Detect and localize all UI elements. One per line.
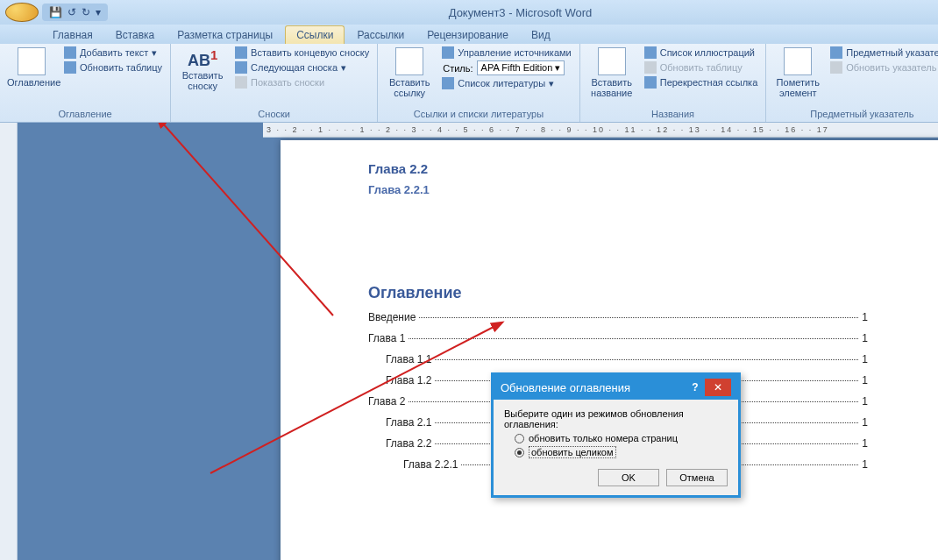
toc-page: 1 <box>862 374 868 386</box>
toc-entry[interactable]: Введение1 <box>368 311 868 323</box>
cross-reference-button[interactable]: Перекрестная ссылка <box>642 75 761 89</box>
update-cap-icon <box>644 61 657 74</box>
toc-icon <box>18 47 46 75</box>
tab-review[interactable]: Рецензирование <box>416 26 519 44</box>
insert-footnote-button[interactable]: AB1 Вставить сноску <box>176 46 229 93</box>
toc-text: Глава 2.2.1 <box>403 458 458 471</box>
caption-icon <box>598 47 626 75</box>
citation-icon <box>395 47 423 75</box>
horizontal-ruler[interactable]: 3 · · 2 · · 1 · · · · 1 · · 2 · · 3 · · … <box>263 123 938 138</box>
insert-caption-button[interactable]: Вставить название <box>586 46 638 100</box>
cancel-button[interactable]: Отмена <box>666 469 728 486</box>
style-label: Стиль: <box>443 63 473 74</box>
heading-2[interactable]: Глава 2.2.1 <box>368 183 868 196</box>
figlist-icon <box>644 46 657 59</box>
insert-citation-button[interactable]: Вставить ссылку <box>383 46 436 100</box>
redo-icon[interactable]: ↻ <box>82 6 90 18</box>
ribbon: Оглавление Добавить текст ▾ Обновить таб… <box>0 44 938 123</box>
bibliography-button[interactable]: Список литературы ▾ <box>439 76 573 90</box>
style-combobox[interactable]: APA Fifth Edition ▾ <box>477 60 565 75</box>
group-citations: Вставить ссылку Управление источниками С… <box>378 44 579 122</box>
toc-page: 1 <box>862 332 868 344</box>
toc-page: 1 <box>862 416 868 429</box>
save-icon[interactable]: 💾 <box>49 6 62 18</box>
group-toc: Оглавление Добавить текст ▾ Обновить таб… <box>0 44 171 122</box>
toc-text: Глава 2.2 <box>386 437 431 450</box>
tab-references[interactable]: Ссылки <box>285 25 345 44</box>
toc-text: Глава 2.1 <box>386 416 431 429</box>
title-bar: 💾 ↺ ↻ ▾ Документ3 - Microsoft Word <box>0 0 938 25</box>
toc-page: 1 <box>862 353 868 365</box>
next-footnote-icon <box>235 61 247 74</box>
tab-insert[interactable]: Вставка <box>105 26 166 44</box>
tab-mailings[interactable]: Рассылки <box>346 26 415 44</box>
add-text-button[interactable]: Добавить текст ▾ <box>61 46 165 60</box>
toc-text: Введение <box>368 311 416 323</box>
toc-page: 1 <box>862 458 868 471</box>
insert-endnote-button[interactable]: Вставить концевую сноску <box>232 46 372 60</box>
ab-icon: AB1 <box>178 47 227 70</box>
show-footnotes-button: Показать сноски <box>232 75 372 89</box>
dialog-help-button[interactable]: ? <box>686 381 705 393</box>
toc-title[interactable]: Оглавление <box>368 284 868 302</box>
toc-page: 1 <box>862 395 868 408</box>
ribbon-tabs: Главная Вставка Разметка страницы Ссылки… <box>0 25 938 44</box>
radio-page-numbers[interactable]: обновить только номера страниц <box>515 433 728 443</box>
vertical-ruler[interactable] <box>0 123 18 560</box>
show-notes-icon <box>235 76 247 89</box>
tab-layout[interactable]: Разметка страницы <box>167 26 283 44</box>
group-footnotes: AB1 Вставить сноску Вставить концевую сн… <box>171 44 378 122</box>
heading-1[interactable]: Глава 2.2 <box>368 161 868 176</box>
toc-text: Глава 1.2 <box>386 374 431 386</box>
office-button[interactable] <box>5 3 39 22</box>
manage-icon <box>442 46 454 59</box>
quick-access-toolbar: 💾 ↺ ↻ ▾ <box>42 4 108 21</box>
mark-icon <box>784 47 812 75</box>
mark-entry-button[interactable]: Пометить элемент <box>771 46 824 100</box>
toc-entry[interactable]: Глава 11 <box>368 332 868 344</box>
table-of-figures-button[interactable]: Список иллюстраций <box>642 46 761 60</box>
update-toc-button[interactable]: Обновить таблицу <box>61 60 165 74</box>
dialog-close-button[interactable]: ✕ <box>705 379 731 396</box>
toc-entry[interactable]: Глава 1.11 <box>368 353 868 365</box>
undo-icon[interactable]: ↺ <box>68 6 76 18</box>
window-title: Документ3 - Microsoft Word <box>108 6 933 19</box>
ok-button[interactable]: OK <box>598 469 659 486</box>
plus-icon <box>64 46 76 59</box>
tab-view[interactable]: Вид <box>521 26 561 44</box>
toc-text: Глава 1 <box>368 332 405 344</box>
endnote-icon <box>235 46 247 59</box>
toc-page: 1 <box>862 311 868 323</box>
radio-icon <box>515 434 524 443</box>
toc-text: Глава 1.1 <box>386 353 431 365</box>
dialog-titlebar[interactable]: Обновление оглавления ? ✕ <box>494 375 738 400</box>
group-index: Пометить элемент Предметный указатель Об… <box>766 44 938 122</box>
biblio-icon <box>442 77 454 89</box>
toc-page: 1 <box>862 437 868 450</box>
insert-index-button[interactable]: Предметный указатель <box>828 46 938 60</box>
group-captions: Вставить название Список иллюстраций Обн… <box>580 44 767 122</box>
crossref-icon <box>644 76 657 89</box>
index-icon <box>830 46 842 59</box>
toc-text: Глава 2 <box>368 395 405 408</box>
toc-button[interactable]: Оглавление <box>5 46 58 89</box>
update-toc-dialog: Обновление оглавления ? ✕ Выберите один … <box>491 372 741 498</box>
qat-dropdown-icon[interactable]: ▾ <box>96 6 101 18</box>
update-idx-icon <box>830 61 842 74</box>
update-index-button: Обновить указатель <box>828 60 938 74</box>
document-area: 3 · · 2 · · 1 · · · · 1 · · 2 · · 3 · · … <box>18 123 938 560</box>
radio-entire[interactable]: обновить целиком <box>515 446 728 458</box>
tab-home[interactable]: Главная <box>42 26 103 44</box>
next-footnote-button[interactable]: Следующая сноска ▾ <box>232 60 372 74</box>
dialog-prompt: Выберите один из режимов обновления огла… <box>504 408 728 429</box>
update-captions-button: Обновить таблицу <box>642 60 761 74</box>
refresh-icon <box>64 61 76 74</box>
manage-sources-button[interactable]: Управление источниками <box>439 46 573 60</box>
radio-icon-checked <box>515 448 524 457</box>
